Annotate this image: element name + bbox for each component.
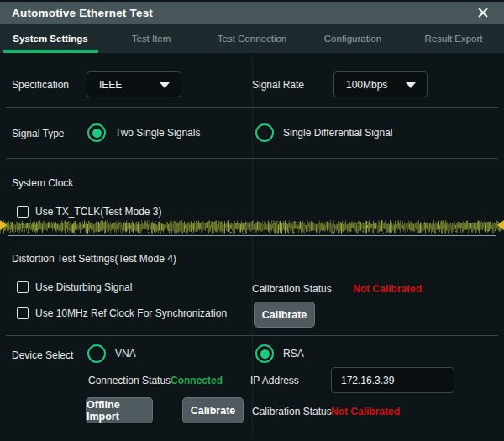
divider bbox=[6, 158, 498, 159]
radio-icon bbox=[255, 123, 274, 142]
device-select-label: Device Select bbox=[12, 349, 73, 361]
divider bbox=[8, 235, 496, 236]
title-bar: Automotive Ethernet Test ✕ bbox=[0, 2, 504, 24]
divider bbox=[6, 107, 498, 108]
radio-vna[interactable]: VNA bbox=[87, 344, 136, 363]
device-calibration-status-value: Not Calibrated bbox=[331, 406, 400, 417]
checkbox-use-10mhz-ref-clock[interactable]: Use 10MHz Ref Clock For Synchronization bbox=[17, 307, 227, 319]
signal-rate-dropdown[interactable]: 100Mbps bbox=[333, 71, 428, 97]
chevron-down-icon bbox=[406, 82, 416, 88]
radio-two-single-signals[interactable]: Two Single Signals bbox=[87, 123, 200, 142]
radio-icon bbox=[255, 344, 274, 363]
distortion-title: Distortion Test Settings(Test Mode 4) bbox=[12, 253, 176, 265]
checkbox-use-tx-tclk[interactable]: Use TX_TCLK(Test Mode 3) bbox=[17, 206, 162, 218]
calibration-status-label: Calibration Status bbox=[252, 283, 332, 295]
close-icon[interactable]: ✕ bbox=[472, 3, 494, 24]
offline-import-button[interactable]: Offline Import bbox=[86, 397, 153, 423]
automotive-ethernet-test-dialog: Automotive Ethernet Test ✕ System Settin… bbox=[0, 0, 504, 441]
checkbox-use-disturbing-signal[interactable]: Use Disturbing Signal bbox=[17, 281, 132, 293]
connection-status-label: Connection Status bbox=[88, 375, 171, 386]
active-tab-underline bbox=[3, 50, 98, 53]
specification-label: Specification bbox=[12, 79, 69, 91]
calibration-status-value: Not Calibrated bbox=[353, 283, 422, 295]
ip-address-label: IP Address bbox=[250, 375, 299, 386]
radio-single-differential-signal[interactable]: Single Differential Signal bbox=[255, 123, 393, 142]
specification-dropdown[interactable]: IEEE bbox=[87, 71, 181, 97]
chevron-down-icon bbox=[160, 82, 170, 88]
tab-test-item[interactable]: Test Item bbox=[101, 24, 202, 53]
divider bbox=[6, 335, 498, 336]
checkbox-icon bbox=[17, 307, 29, 319]
calibrate-button[interactable]: Calibrate bbox=[254, 302, 315, 328]
radio-icon bbox=[87, 344, 106, 363]
checkbox-icon bbox=[17, 206, 29, 218]
tab-test-connection[interactable]: Test Connection bbox=[202, 24, 302, 53]
dialog-title: Automotive Ethernet Test bbox=[12, 7, 153, 19]
calibrate-button-device[interactable]: Calibrate bbox=[182, 397, 244, 423]
waveform-noise-strip bbox=[0, 218, 504, 236]
radio-icon bbox=[87, 123, 106, 142]
tab-configuration[interactable]: Configuration bbox=[302, 24, 403, 53]
tab-system-settings[interactable]: System Settings bbox=[0, 24, 101, 53]
radio-rsa[interactable]: RSA bbox=[255, 344, 304, 363]
trigger-marker-left-icon bbox=[0, 220, 7, 230]
tab-bar: System Settings Test Item Test Connectio… bbox=[0, 24, 504, 53]
signal-type-label: Signal Type bbox=[12, 128, 65, 139]
tab-result-export[interactable]: Result Export bbox=[403, 24, 504, 53]
connection-status-value: Connected bbox=[171, 375, 223, 386]
device-calibration-status-label: Calibration Status bbox=[252, 406, 332, 417]
signal-rate-label: Signal Rate bbox=[252, 79, 304, 91]
trigger-marker-right-icon bbox=[497, 220, 504, 230]
ip-address-input[interactable]: 172.16.3.39 bbox=[331, 367, 454, 393]
system-clock-title: System Clock bbox=[12, 177, 73, 189]
checkbox-icon bbox=[17, 281, 29, 293]
